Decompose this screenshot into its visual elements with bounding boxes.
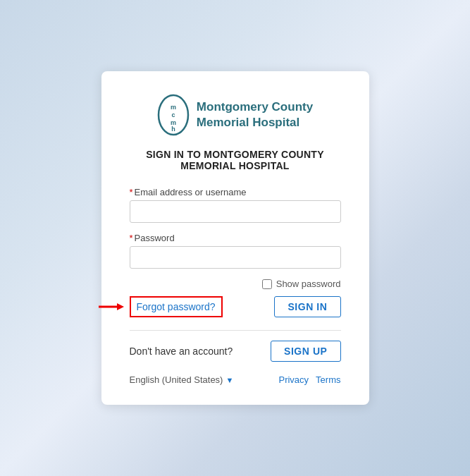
chevron-down-icon: ▼ xyxy=(225,376,233,384)
forgot-password-box: Forgot password? xyxy=(130,296,223,317)
required-star-email: * xyxy=(130,187,133,197)
page-title: SIGN IN TO MONTGOMERY COUNTY MEMORIAL HO… xyxy=(130,149,341,171)
sign-in-button[interactable]: SIGN IN xyxy=(274,296,340,317)
show-password-label: Show password xyxy=(276,279,341,289)
red-arrow-icon xyxy=(97,300,124,313)
show-password-checkbox[interactable] xyxy=(262,279,272,289)
password-label: *Password xyxy=(130,233,341,243)
logo-area: m c m h Montgomery County Memorial Hospi… xyxy=(130,94,341,136)
svg-marker-6 xyxy=(117,303,124,310)
language-label: English (United States) xyxy=(130,374,223,385)
password-field-group: *Password xyxy=(130,233,341,269)
footer-row: English (United States) ▼ Privacy Terms xyxy=(130,374,341,385)
svg-text:m: m xyxy=(171,104,176,111)
password-input[interactable] xyxy=(130,246,341,269)
mcmh-logo-icon: m c m h xyxy=(157,94,190,136)
email-input[interactable] xyxy=(130,200,341,223)
footer-links: Privacy Terms xyxy=(278,374,340,385)
privacy-link[interactable]: Privacy xyxy=(278,374,309,385)
terms-link[interactable]: Terms xyxy=(316,374,340,385)
email-field-group: *Email address or username xyxy=(130,187,341,223)
sign-up-button[interactable]: SIGN UP xyxy=(271,341,341,362)
login-card: m c m h Montgomery County Memorial Hospi… xyxy=(101,71,369,405)
forgot-password-link[interactable]: Forgot password? xyxy=(137,301,216,312)
email-label: *Email address or username xyxy=(130,187,341,197)
required-star-password: * xyxy=(130,233,133,243)
divider xyxy=(130,330,341,331)
signup-row: Don't have an account? SIGN UP xyxy=(130,341,341,362)
hospital-name: Montgomery County Memorial Hospital xyxy=(197,99,313,130)
arrow-indicator xyxy=(97,300,124,313)
signup-prompt-text: Don't have an account? xyxy=(130,346,233,357)
svg-text:h: h xyxy=(171,126,175,133)
svg-text:c: c xyxy=(171,111,175,118)
forgot-password-container: Forgot password? xyxy=(130,296,223,317)
language-selector[interactable]: English (United States) ▼ xyxy=(130,374,234,385)
actions-row: Forgot password? SIGN IN xyxy=(130,296,341,317)
show-password-row: Show password xyxy=(130,279,341,289)
